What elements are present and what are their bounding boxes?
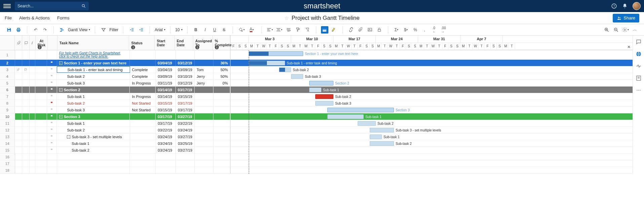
flag-icon[interactable]	[47, 93, 57, 100]
row-number[interactable]: 5	[0, 80, 15, 86]
cell-complete[interactable]: 50%	[213, 66, 230, 73]
close-gantt-icon[interactable]: ✕	[627, 45, 631, 49]
flag-icon[interactable]	[47, 73, 57, 79]
cell-discussion[interactable]	[22, 87, 30, 93]
col-assigned[interactable]: Assigned Toi	[193, 36, 213, 50]
collapse-icon[interactable]: −	[59, 61, 63, 65]
notifications-icon[interactable]	[622, 3, 628, 9]
cell-start[interactable]: 03/15/19	[156, 107, 176, 113]
cell-risk[interactable]	[35, 160, 47, 167]
cell-risk[interactable]	[35, 127, 47, 133]
cell-start[interactable]: 03/04/19	[156, 60, 176, 66]
cell-end[interactable]: 03/17/19	[176, 87, 195, 93]
cell-attach[interactable]	[15, 154, 23, 160]
cell-start[interactable]: 03/24/19	[156, 133, 176, 140]
cell-start[interactable]: 03/24/19	[156, 147, 176, 153]
cell-status[interactable]: Not Started	[130, 100, 156, 106]
gantt-bar[interactable]: Sub-task 2	[315, 94, 333, 99]
cell-risk[interactable]	[35, 100, 47, 106]
grid-row[interactable]: 16	[0, 154, 230, 160]
cell-task[interactable]: Sub-task 3	[57, 80, 130, 86]
cell-assign[interactable]	[195, 167, 213, 173]
clear-format-icon[interactable]	[304, 26, 311, 34]
col-end-date[interactable]: End Date	[175, 36, 193, 50]
gantt-bar[interactable]: Sub-task 1	[327, 114, 364, 119]
cell-end[interactable]: 03/15/19	[176, 93, 195, 100]
cell-end[interactable]: 03/10/19	[176, 73, 195, 79]
cell-discussion[interactable]	[22, 73, 30, 79]
grid-row[interactable]: 14Sub-task 103/24/1903/25/19	[0, 140, 230, 147]
wrap-text-icon[interactable]	[285, 26, 292, 34]
cell-status[interactable]	[130, 120, 156, 126]
cell-discussion[interactable]	[22, 80, 30, 86]
cell-assign[interactable]	[195, 120, 213, 126]
col-complete[interactable]: % Completei	[213, 36, 230, 50]
cell-start[interactable]	[156, 50, 176, 59]
cell-status[interactable]: In Progress	[130, 93, 156, 100]
cell-attach[interactable]	[15, 93, 22, 100]
cell-start[interactable]: 03/24/19	[156, 140, 176, 147]
outdent-icon[interactable]	[128, 26, 135, 34]
cell-task[interactable]: −Section 2	[57, 87, 130, 93]
cell-discussion[interactable]	[22, 120, 30, 126]
cell-end[interactable]	[176, 154, 195, 160]
thousands-icon[interactable]: ,	[421, 26, 429, 34]
gantt-bar[interactable]: Section 1 - enter your own text here	[249, 51, 303, 56]
help-icon[interactable]: ?	[611, 3, 617, 9]
help-link[interactable]: For help with Gantt Charts in Smartsheet…	[59, 52, 127, 58]
cell-start[interactable]	[156, 160, 176, 167]
text-color-icon[interactable]: A▾	[247, 26, 256, 34]
save-icon[interactable]	[5, 26, 13, 34]
cell-complete[interactable]	[213, 167, 230, 173]
col-start-date[interactable]: Start Date	[155, 36, 174, 50]
cell-attach[interactable]	[15, 87, 23, 93]
flag-icon[interactable]	[47, 60, 57, 66]
cell-assign[interactable]: Jerry	[195, 73, 213, 79]
cell-task[interactable]	[57, 154, 130, 160]
filter-button[interactable]: Filter	[109, 28, 118, 32]
cell-assign[interactable]	[195, 100, 213, 106]
col-attachments[interactable]	[15, 36, 22, 50]
cell-complete[interactable]	[213, 133, 230, 140]
menu-file[interactable]: File	[5, 15, 12, 20]
cell-complete[interactable]: 0%	[213, 80, 230, 86]
favorite-star-icon[interactable]: ☆	[284, 15, 289, 21]
cell-assign[interactable]	[195, 87, 213, 93]
row-number[interactable]: 15	[0, 147, 15, 153]
cell-status[interactable]	[130, 167, 156, 173]
grid-row[interactable]: 7Sub-task 1In Progress03/14/1903/15/19	[0, 93, 230, 100]
cell-task[interactable]: For help with Gantt Charts in Smartsheet…	[57, 50, 130, 59]
cell-assign[interactable]	[195, 140, 213, 147]
cell-task[interactable]: −Section 3	[57, 113, 130, 120]
col-task-name[interactable]: Task Name	[57, 36, 129, 50]
flag-icon[interactable]	[47, 154, 57, 160]
gantt-row[interactable]: Sub-task 3 - set multiple levels	[231, 127, 633, 133]
cell-start[interactable]: 03/14/19	[156, 87, 176, 93]
gantt-bar[interactable]: Sub-task 2	[370, 141, 394, 146]
cell-task[interactable]: Sub-task 2	[57, 100, 130, 106]
grid-row[interactable]: 6−Section 203/14/1903/17/19	[0, 87, 230, 93]
cell-discussion[interactable]	[22, 140, 30, 147]
image-icon[interactable]	[366, 26, 374, 34]
cell-assign[interactable]	[195, 160, 213, 167]
grid-row[interactable]: 11Sub-task 103/17/1903/22/19	[0, 120, 230, 127]
cell-complete[interactable]	[213, 147, 230, 153]
gantt-row[interactable]: Sub-task 1 - enter task and timing	[231, 60, 633, 66]
cell-complete[interactable]	[213, 120, 230, 126]
row-number[interactable]: 11	[0, 120, 15, 126]
cell-end[interactable]: 03/25/19	[176, 140, 195, 147]
collapse-icon[interactable]: −	[59, 115, 63, 118]
cell-complete[interactable]	[213, 93, 230, 100]
gantt-row[interactable]: Sub-task 1	[231, 87, 633, 93]
col-flag[interactable]	[48, 36, 57, 50]
cell-assign[interactable]	[195, 127, 213, 133]
flag-icon[interactable]	[47, 160, 57, 167]
grid-row[interactable]: 5Sub-task 3In Progress03/11/1903/12/19Je…	[0, 80, 230, 87]
cell-end[interactable]	[176, 50, 195, 59]
cell-task[interactable]	[57, 167, 130, 173]
settings-icon[interactable]: ▾	[622, 26, 629, 34]
cell-complete[interactable]	[213, 160, 230, 167]
cell-assign[interactable]	[195, 60, 213, 66]
gantt-bar[interactable]: Sub-task 2	[279, 67, 291, 72]
cell-assign[interactable]	[195, 107, 213, 113]
